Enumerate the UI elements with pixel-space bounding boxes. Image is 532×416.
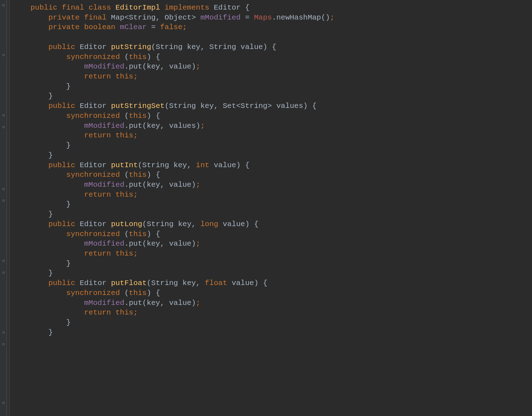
code-line: private final Map<String, Object> mModif… (31, 13, 532, 23)
fold-marker-icon[interactable]: ⊟ (1, 53, 6, 58)
code-line: } (31, 328, 532, 338)
code-line: } (31, 150, 532, 160)
code-line (31, 32, 532, 42)
code-line: public Editor putString(String key, Stri… (31, 42, 532, 52)
fold-marker-icon[interactable]: ⊟ (1, 331, 6, 335)
code-line: synchronized (this) { (31, 170, 532, 180)
code-line: } (31, 318, 532, 328)
fold-marker-icon[interactable]: ⊟ (1, 199, 6, 203)
code-line: public Editor putStringSet(String key, S… (31, 101, 532, 111)
code-line: } (31, 82, 532, 92)
code-line: } (31, 141, 532, 150)
code-line: } (31, 259, 532, 269)
code-line: } (31, 268, 532, 278)
code-line: return this; (31, 249, 532, 259)
code-line: mModified.put(key, value); (31, 62, 532, 72)
code-line: synchronized (this) { (31, 229, 532, 239)
fold-marker-icon[interactable]: ⊟ (1, 114, 6, 118)
fold-marker-icon[interactable]: ⊟ (1, 125, 6, 130)
fold-guide-line (6, 0, 7, 416)
code-line: synchronized (this) { (31, 288, 532, 298)
code-line: mModified.put(key, value); (31, 239, 532, 249)
code-line: } (31, 199, 532, 209)
code-line: } (31, 91, 532, 101)
code-line: return this; (31, 190, 532, 200)
fold-marker-icon[interactable]: ⊟ (1, 401, 6, 405)
fold-marker-icon[interactable]: ⊟ (1, 187, 6, 192)
code-line: return this; (31, 72, 532, 82)
code-line: return this; (31, 308, 532, 318)
code-line: mModified.put(key, value); (31, 180, 532, 190)
fold-marker-icon[interactable]: ⊟ (1, 4, 6, 8)
fold-marker-icon[interactable]: ⊟ (1, 259, 6, 263)
code-line: synchronized (this) { (31, 52, 532, 62)
code-line: mModified.put(key, values); (31, 121, 532, 131)
code-editor[interactable]: ⊟ ⊟ ⊟ ⊟ ⊟ ⊟ ⊟ ⊟ ⊟ ⊟ ⊟ public final class… (0, 0, 532, 416)
code-line: public Editor putLong(String key, long v… (31, 219, 532, 229)
code-line: public final class EditorImpl implements… (31, 3, 532, 13)
code-text[interactable]: public final class EditorImpl implements… (10, 0, 532, 416)
code-line: synchronized (this) { (31, 111, 532, 121)
code-line: private boolean mClear = false; (31, 22, 532, 32)
code-line: return this; (31, 131, 532, 141)
gutter: ⊟ ⊟ ⊟ ⊟ ⊟ ⊟ ⊟ ⊟ ⊟ ⊟ ⊟ (0, 0, 10, 416)
code-line: public Editor putFloat(String key, float… (31, 278, 532, 288)
code-line: mModified.put(key, value); (31, 298, 532, 308)
fold-marker-icon[interactable]: ⊟ (1, 271, 6, 275)
fold-marker-icon[interactable]: ⊟ (1, 343, 6, 347)
code-line: public Editor putInt(String key, int val… (31, 160, 532, 170)
code-line: } (31, 209, 532, 219)
